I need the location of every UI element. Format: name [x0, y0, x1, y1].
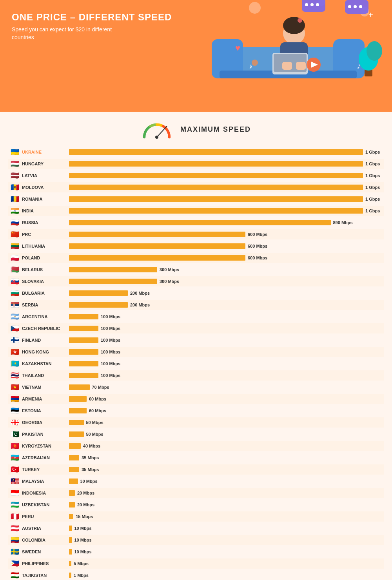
speed-bar-area: 100 Mbps	[69, 312, 384, 321]
speed-bar-area: 890 Mbps	[69, 218, 384, 227]
table-row: 🇸🇪SWEDEN10 Mbps	[8, 547, 384, 557]
country-name-label: KYRGYZSTAN	[22, 444, 69, 448]
flag-icon: 🇦🇲	[8, 395, 22, 403]
speed-bar-area: 10 Mbps	[69, 547, 384, 556]
country-name-label: ARMENIA	[22, 397, 69, 401]
hero-illustration: + + + + ♪ ♪	[196, 0, 384, 86]
speed-bar-area: 300 Mbps	[69, 277, 384, 286]
speed-bar-area: 30 Mbps	[69, 477, 384, 486]
table-row: 🇲🇩MOLDOVA1 Gbps	[8, 182, 384, 192]
country-name-label: COLOMBIA	[22, 538, 69, 542]
svg-point-34	[252, 60, 258, 66]
table-row: 🇨🇳PRC600 Mbps	[8, 229, 384, 239]
country-name-label: AZERBAIJAN	[22, 455, 69, 460]
country-name-label: CZECH REPUBLIC	[22, 326, 69, 331]
svg-point-6	[316, 3, 319, 6]
speed-label: 1 Gbps	[365, 150, 380, 154]
speed-bar-area: 1 Gbps	[69, 160, 384, 168]
svg-rect-24	[282, 62, 292, 70]
flag-icon: 🇵🇪	[8, 512, 22, 521]
country-name-label: HONG KONG	[22, 350, 69, 354]
country-name-label: ARGENTINA	[22, 314, 69, 319]
svg-rect-3	[302, 0, 325, 12]
table-row: 🇵🇭PHILIPPINES5 Mbps	[8, 558, 384, 569]
table-row: 🇮🇩INDONESIA20 Mbps	[8, 488, 384, 498]
country-name-label: HUNGARY	[22, 161, 69, 166]
speed-label: 40 Mbps	[83, 444, 100, 448]
speed-bar	[69, 314, 98, 319]
flag-icon: 🇷🇸	[8, 301, 22, 309]
speed-bar-area: 100 Mbps	[69, 336, 384, 344]
country-name-label: TURKEY	[22, 467, 69, 472]
speed-bar	[69, 208, 363, 214]
country-name-label: PERU	[22, 514, 69, 519]
speed-bar-area: 50 Mbps	[69, 430, 384, 439]
svg-point-9	[354, 5, 357, 8]
flag-icon: 🇦🇷	[8, 312, 22, 321]
flag-icon: 🇲🇾	[8, 477, 22, 486]
speed-bar	[69, 467, 79, 472]
table-row: 🇺🇿UZBEKISTAN20 Mbps	[8, 500, 384, 510]
country-name-label: FINLAND	[22, 338, 69, 343]
svg-text:♥: ♥	[235, 43, 240, 53]
speed-label: 60 Mbps	[89, 397, 106, 401]
chart-container: 🇺🇦UKRAINE1 Gbps🇭🇺HUNGARY1 Gbps🇱🇻LATVIA1 …	[0, 143, 392, 580]
speed-bar-area: 600 Mbps	[69, 254, 384, 262]
country-name-label: UKRAINE	[22, 150, 69, 154]
speed-bar	[69, 279, 157, 284]
speed-label: 600 Mbps	[248, 256, 267, 260]
flag-icon: 🇷🇺	[8, 218, 22, 227]
speed-bar	[69, 396, 87, 402]
flag-icon: 🇮🇳	[8, 207, 22, 215]
flag-icon: 🇵🇭	[8, 559, 22, 568]
table-row: 🇷🇴ROMANIA1 Gbps	[8, 194, 384, 204]
country-name-label: BELARUS	[22, 267, 69, 272]
table-row: 🇵🇪PERU15 Mbps	[8, 511, 384, 522]
country-name-label: PAKISTAN	[22, 432, 69, 437]
speed-label: 50 Mbps	[86, 420, 103, 425]
speed-bar	[69, 573, 71, 578]
speed-bar	[69, 490, 75, 496]
speed-label: 10 Mbps	[74, 526, 92, 531]
speed-label: 600 Mbps	[248, 244, 267, 248]
speed-bar-area: 60 Mbps	[69, 406, 384, 415]
table-row: 🇻🇳VIETNAM70 Mbps	[8, 382, 384, 392]
speed-bar-area: 1 Gbps	[69, 171, 384, 180]
speed-bar	[69, 161, 363, 167]
speed-label: 100 Mbps	[101, 373, 120, 378]
country-name-label: INDIA	[22, 208, 69, 213]
flag-icon: 🇧🇬	[8, 289, 22, 297]
speed-bar	[69, 196, 363, 202]
speed-label: 300 Mbps	[160, 279, 179, 284]
speed-label: 100 Mbps	[101, 338, 120, 343]
speed-label: 35 Mbps	[82, 455, 99, 460]
speed-label: 1 Gbps	[365, 173, 380, 178]
table-row: 🇦🇲ARMENIA60 Mbps	[8, 394, 384, 404]
svg-rect-25	[296, 62, 306, 70]
speed-bar-area: 100 Mbps	[69, 371, 384, 380]
speed-bar	[69, 514, 73, 519]
table-row: 🇮🇳INDIA1 Gbps	[8, 206, 384, 216]
speed-label: 100 Mbps	[101, 326, 120, 331]
speed-bar	[69, 443, 81, 449]
speed-bar-area: 5 Mbps	[69, 559, 384, 568]
speed-label: 100 Mbps	[101, 350, 120, 354]
flag-icon: 🇬🇪	[8, 418, 22, 427]
table-row: 🇺🇦UKRAINE1 Gbps	[8, 147, 384, 157]
table-row: 🇫🇮FINLAND100 Mbps	[8, 335, 384, 345]
speed-bar	[69, 232, 245, 237]
speed-bar-area: 1 Gbps	[69, 195, 384, 203]
speed-bar-area: 60 Mbps	[69, 395, 384, 403]
table-row: 🇵🇰PAKISTAN50 Mbps	[8, 429, 384, 439]
country-name-label: KAZAKHSTAN	[22, 361, 69, 366]
table-row: 🇨🇴COLOMBIA10 Mbps	[8, 535, 384, 545]
speed-label: 35 Mbps	[82, 467, 99, 472]
speed-label: 60 Mbps	[89, 408, 106, 413]
speed-bar	[69, 220, 331, 225]
table-row: 🇷🇸SERBIA200 Mbps	[8, 300, 384, 310]
table-row: 🇧🇾BELARUS300 Mbps	[8, 265, 384, 275]
table-row: 🇱🇹LITHUANIA600 Mbps	[8, 241, 384, 251]
country-name-label: SLOVAKIA	[22, 279, 69, 284]
speed-label: 1 Gbps	[365, 161, 380, 166]
flag-icon: 🇱🇻	[8, 171, 22, 180]
